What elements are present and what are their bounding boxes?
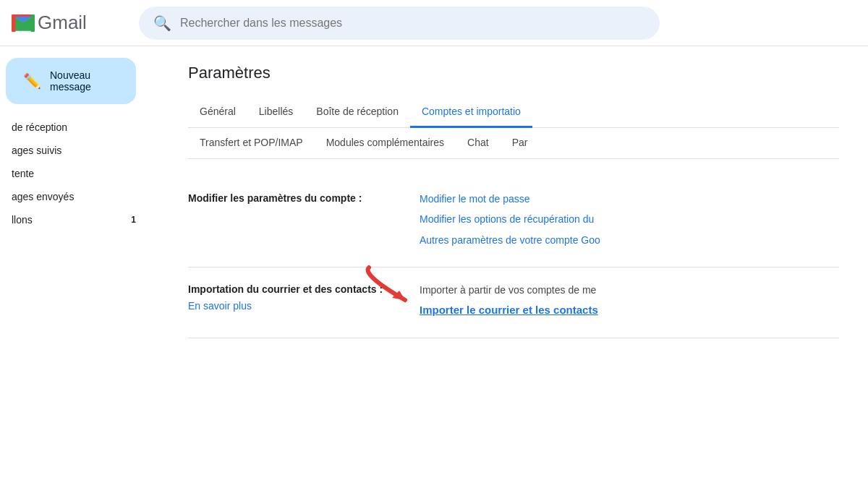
tab-modules[interactable]: Modules complémentaires bbox=[315, 128, 456, 159]
tab-comptes[interactable]: Comptes et importatio bbox=[410, 97, 532, 128]
settings-label-importation: Importation du courrier et des contacts … bbox=[188, 283, 383, 295]
sidebar-item-label: ages suivis bbox=[12, 145, 136, 156]
content-area: Paramètres Général Libellés Boîte de réc… bbox=[159, 46, 868, 488]
tab-chat[interactable]: Chat bbox=[456, 128, 501, 159]
link-importer-courrier[interactable]: Importer le courrier et les contacts bbox=[420, 301, 839, 319]
sidebar-item-envoyes[interactable]: ages envoyés bbox=[0, 185, 148, 208]
compose-icon: ✏️ bbox=[23, 72, 41, 90]
page-title: Paramètres bbox=[188, 64, 839, 82]
main-layout: ✏️ Nouveau message de réception ages sui… bbox=[0, 46, 868, 488]
sidebar-item-label: ages envoyés bbox=[12, 191, 136, 202]
search-input[interactable] bbox=[180, 17, 645, 30]
sidebar-item-label: llons bbox=[12, 214, 131, 226]
settings-value-col-importation: Importer à partir de vos comptes de me I… bbox=[420, 282, 839, 322]
settings-row-compte: Modifier les paramètres du compte : Modi… bbox=[188, 176, 839, 267]
link-autres-params[interactable]: Autres paramètres de votre compte Goo bbox=[420, 232, 839, 248]
tab-boite[interactable]: Boîte de réception bbox=[305, 97, 410, 128]
tab-transfert[interactable]: Transfert et POP/IMAP bbox=[188, 128, 315, 159]
sidebar-item-brouillons[interactable]: llons 1 bbox=[0, 208, 148, 231]
tab-general[interactable]: Général bbox=[188, 97, 247, 128]
sidebar-item-label: tente bbox=[12, 168, 136, 179]
sidebar-item-reception[interactable]: de réception bbox=[0, 116, 148, 139]
link-recuperation[interactable]: Modifier les options de récupération du bbox=[420, 211, 839, 227]
settings-label-col: Modifier les paramètres du compte : bbox=[188, 191, 391, 206]
settings-row-importation: Importation du courrier et des contacts … bbox=[188, 267, 839, 338]
sidebar: ✏️ Nouveau message de réception ages sui… bbox=[0, 46, 159, 488]
importation-content: Importer à partir de vos comptes de me I… bbox=[420, 282, 839, 322]
settings-table: Modifier les paramètres du compte : Modi… bbox=[188, 176, 839, 338]
settings-description: Importer à partir de vos comptes de me bbox=[420, 284, 596, 296]
link-en-savoir-plus[interactable]: En savoir plus bbox=[188, 300, 391, 312]
compose-button[interactable]: ✏️ Nouveau message bbox=[6, 58, 136, 104]
header: Gmail 🔍 bbox=[0, 0, 868, 46]
search-icon: 🔍 bbox=[153, 14, 171, 32]
tabs-row-2: Transfert et POP/IMAP Modules complément… bbox=[188, 128, 839, 159]
import-link-wrapper: Importer le courrier et les contacts bbox=[420, 301, 839, 319]
tab-par[interactable]: Par bbox=[501, 128, 540, 159]
link-mot-de-passe[interactable]: Modifier le mot de passe bbox=[420, 191, 839, 207]
settings-label-col-importation: Importation du courrier et des contacts … bbox=[188, 282, 391, 312]
sidebar-item-attente[interactable]: tente bbox=[0, 162, 148, 185]
svg-marker-2 bbox=[392, 291, 405, 300]
tabs-row-1: Général Libellés Boîte de réception Comp… bbox=[188, 97, 839, 128]
logo-area: Gmail bbox=[12, 12, 127, 35]
settings-label-compte: Modifier les paramètres du compte : bbox=[188, 192, 362, 204]
gmail-label: Gmail bbox=[38, 12, 87, 34]
sidebar-item-label: de réception bbox=[12, 121, 136, 133]
settings-value-col: Modifier le mot de passe Modifier les op… bbox=[420, 191, 839, 252]
compose-label: Nouveau message bbox=[50, 69, 119, 93]
tab-libelles[interactable]: Libellés bbox=[247, 97, 305, 128]
gmail-logo-icon bbox=[12, 12, 35, 35]
sidebar-item-suivis[interactable]: ages suivis bbox=[0, 139, 148, 162]
search-bar[interactable]: 🔍 bbox=[139, 7, 660, 40]
brouillons-count: 1 bbox=[131, 215, 136, 225]
